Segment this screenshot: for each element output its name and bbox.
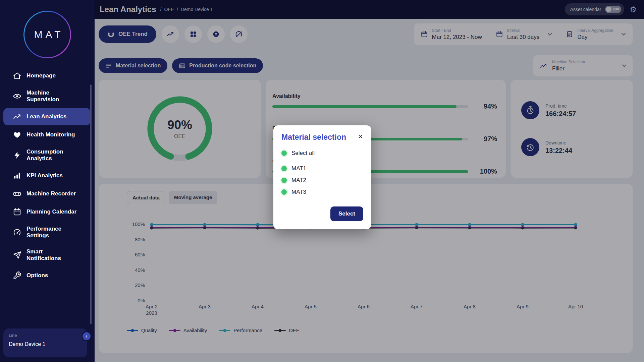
sidebar-item-label: Options xyxy=(26,272,48,279)
calendar-icon xyxy=(13,207,21,216)
sidebar-item-machine-supervision[interactable]: Machine Supervision xyxy=(3,85,91,107)
recorder-icon xyxy=(13,189,21,198)
option-label: MAT3 xyxy=(291,189,306,195)
wrench-icon xyxy=(13,271,21,280)
option-label: Select all xyxy=(291,150,315,157)
sidebar-item-label: Smart Notifications xyxy=(26,248,78,262)
sidebar-item-lean-analytics[interactable]: Lean Analytics xyxy=(3,108,91,125)
option-select-all[interactable]: Select all xyxy=(281,150,363,157)
eye-icon xyxy=(13,92,21,101)
sidebar-item-kpi-analytics[interactable]: KPI Analytics xyxy=(3,167,91,184)
select-button[interactable]: Select xyxy=(330,206,363,221)
sidebar-item-machine-recorder[interactable]: Machine Recorder xyxy=(3,185,91,202)
material-selection-modal: Material selection ✕ Select all MAT1 MAT… xyxy=(273,125,371,229)
home-icon xyxy=(13,71,21,80)
radio-selected-icon[interactable] xyxy=(281,178,287,183)
radio-selected-icon[interactable] xyxy=(281,166,287,171)
sidebar-item-label: Planning Calendar xyxy=(26,208,76,215)
device-selector-card: Line Demo Device 1 ‹ xyxy=(3,328,87,357)
heart-icon xyxy=(13,130,21,139)
sidebar-item-label: Consumption Analytics xyxy=(26,148,78,162)
sidebar-item-label: Lean Analytics xyxy=(26,113,66,120)
app-logo: MAT xyxy=(23,11,71,58)
sidebar-item-label: Homepage xyxy=(26,72,56,79)
option-mat1[interactable]: MAT1 xyxy=(281,165,363,172)
sidebar-item-label: Machine Supervision xyxy=(26,89,78,103)
trend-line-icon xyxy=(13,112,21,121)
radio-selected-icon[interactable] xyxy=(281,150,287,156)
radio-selected-icon[interactable] xyxy=(281,189,287,195)
sidebar-item-smart-notifications[interactable]: Smart Notifications xyxy=(3,244,91,266)
modal-title: Material selection xyxy=(281,133,346,142)
device-name: Demo Device 1 xyxy=(9,341,82,347)
sidebar-scrollbar[interactable] xyxy=(90,84,92,324)
sidebar-item-options[interactable]: Options xyxy=(3,267,91,284)
sidebar: MAT Homepage Machine Supervision Lean An… xyxy=(0,0,95,362)
sidebar-nav: Homepage Machine Supervision Lean Analyt… xyxy=(0,67,95,284)
sidebar-item-label: Health Monitoring xyxy=(26,131,75,138)
sidebar-item-performance-settings[interactable]: Performance Settings xyxy=(3,221,91,243)
sidebar-item-label: Performance Settings xyxy=(26,226,78,239)
close-icon[interactable]: ✕ xyxy=(357,133,365,140)
bar-chart-icon xyxy=(13,171,21,180)
option-label: MAT2 xyxy=(291,177,306,184)
bolt-icon xyxy=(13,151,21,160)
logo-text: MAT xyxy=(31,29,63,40)
sidebar-item-planning-calendar[interactable]: Planning Calendar xyxy=(3,203,91,221)
sidebar-item-homepage[interactable]: Homepage xyxy=(3,67,91,84)
modal-options: Select all MAT1 MAT2 MAT3 xyxy=(273,147,371,195)
sidebar-item-consumption-analytics[interactable]: Consumption Analytics xyxy=(3,144,91,166)
sidebar-item-label: Machine Recorder xyxy=(26,190,76,197)
sidebar-item-label: KPI Analytics xyxy=(26,172,63,179)
device-type-label: Line xyxy=(9,333,82,338)
option-label: MAT1 xyxy=(291,165,306,172)
gauge-icon xyxy=(13,228,21,237)
sidebar-item-health-monitoring[interactable]: Health Monitoring xyxy=(3,126,91,143)
option-mat3[interactable]: MAT3 xyxy=(281,189,363,195)
option-mat2[interactable]: MAT2 xyxy=(281,177,363,184)
collapse-sidebar-button[interactable]: ‹ xyxy=(82,331,92,341)
send-icon xyxy=(13,251,21,259)
